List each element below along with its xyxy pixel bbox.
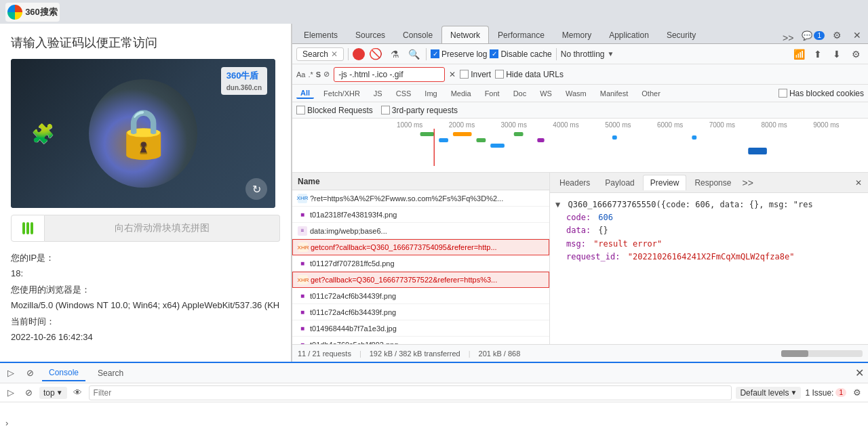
request-item-6[interactable]: XHR get?callback=Q360_1666773757522&refe… [292,272,549,288]
filter-doc[interactable]: Doc [509,89,531,98]
console-run-icon[interactable]: ▷ [4,386,18,400]
console-filter-input[interactable] [89,385,732,400]
disable-cache-checkbox[interactable]: ✓ [490,49,498,58]
throttle-dropdown-arrow[interactable]: ▼ [607,50,614,58]
preserve-log-checkbox[interactable]: ✓ [431,49,439,58]
search-close-icon[interactable]: ✕ [331,49,338,59]
detail-tab-headers[interactable]: Headers [553,175,597,190]
filter-fetch-xhr[interactable]: Fetch/XHR [319,89,364,98]
filter-font[interactable]: Font [481,89,504,98]
request-item-5[interactable]: ■ t01127df707281ffc5d.png [292,255,549,272]
search-filter-btn[interactable]: S [316,70,321,79]
filter-js[interactable]: JS [370,89,387,98]
regex-btn[interactable]: .* [308,70,313,79]
request-item-7[interactable]: ■ t011c72a4cf6b34439f.png [292,288,549,304]
aa-btn[interactable]: Aa [296,70,305,79]
hide-data-urls-label[interactable]: Hide data URLs [495,70,564,79]
clear-log-button[interactable]: 🚫 [368,46,384,62]
detail-tab-response[interactable]: Response [688,175,738,190]
negate-btn[interactable]: ⊘ [323,70,330,79]
detail-tab-payload[interactable]: Payload [598,175,641,190]
invert-checkbox[interactable] [460,70,469,79]
request-item-4[interactable]: XHR getconf?callback=Q360_1666773754095&… [292,239,549,255]
console-settings-icon[interactable]: ⚙ [850,386,864,400]
top-context-select[interactable]: top ▼ [39,387,67,399]
tl-label-2000: 2000 ms [449,121,501,129]
console-close-btn[interactable]: ✕ [855,366,864,379]
ip-row: 您的IP是： 18: [11,250,280,282]
blocked-requests-label[interactable]: Blocked Requests [296,106,373,115]
has-blocked-checkbox[interactable] [778,89,787,98]
filter-manifest[interactable]: Manifest [596,89,633,98]
tab-application[interactable]: Application [600,26,658,43]
search-network-btn[interactable]: 🔍 [406,46,422,62]
preserve-log-checkbox-label[interactable]: ✓ Preserve log [431,49,487,59]
top-dropdown-arrow: ▼ [56,389,63,396]
console-eye-icon[interactable]: 👁 [71,386,85,400]
close-devtools-btn[interactable]: ✕ [849,27,865,43]
tab-memory[interactable]: Memory [553,26,600,43]
request-item-8[interactable]: ■ t011c72a4cf6b34439f.png [292,304,549,320]
filter-css[interactable]: CSS [392,89,416,98]
replay-button[interactable]: ↻ [245,178,267,200]
default-levels-select[interactable]: Default levels ▼ [736,387,801,399]
filter-input-field[interactable] [334,67,445,82]
logo-circle [7,5,22,20]
requests-list: Name XHR ?ret=https%3A%2F%2Fwww.so.com%2… [292,173,550,344]
json-code-line: code: 606 [566,211,863,224]
filter-img[interactable]: Img [420,89,441,98]
export-icon[interactable]: ⬇ [829,46,845,62]
tab-more[interactable]: >> [778,33,797,43]
tab-console[interactable]: Console [394,26,441,43]
tab-elements[interactable]: Elements [295,26,347,43]
hide-data-urls-checkbox[interactable] [495,70,504,79]
record-button[interactable] [353,48,365,60]
request-item-2[interactable]: ■ t01a2318f7e438193f4.png [292,207,549,223]
disable-cache-checkbox-label[interactable]: ✓ Disable cache [490,49,551,59]
third-party-label[interactable]: 3rd-party requests [381,106,458,115]
console-tab-search[interactable]: Search [91,366,130,381]
search-panel-tab[interactable]: Search ✕ [296,47,344,61]
tab-performance[interactable]: Performance [489,26,553,43]
tab-security[interactable]: Security [658,26,705,43]
slider-track[interactable]: 向右滑动滑块填充拼图 [45,215,280,242]
requests-body[interactable]: XHR ?ret=https%3A%2F%2Fwww.so.com%2Fs%3F… [292,190,549,344]
filter-wasm[interactable]: Wasm [561,89,591,98]
filter-ws[interactable]: WS [536,89,556,98]
has-blocked-cookies-label[interactable]: Has blocked cookies [778,89,864,98]
filter-all[interactable]: All [296,88,314,99]
console-eval-btn[interactable]: ▷ [4,366,18,380]
scrollbar-thumb[interactable] [781,350,808,357]
slider-handle[interactable] [11,215,45,242]
request-name-1: ?ret=https%3A%2F%2Fwww.so.com%2Fs%3Fq%3D… [310,194,544,203]
invert-checkbox-label[interactable]: Invert [460,70,491,79]
json-root-text: Q360_1666773765550({code: 606, data: {},… [568,200,812,209]
detail-close-btn[interactable]: ✕ [852,176,865,190]
json-msg-line: msg: "result error" [566,238,863,251]
scrollbar-indicator[interactable] [781,350,863,357]
blocked-requests-checkbox[interactable] [296,106,305,114]
filter-icon-btn[interactable]: ⚗ [387,46,403,62]
network-settings-icon[interactable]: ⚙ [848,46,864,62]
settings-icon-btn[interactable]: ⚙ [829,27,845,43]
detail-tab-preview[interactable]: Preview [643,175,687,190]
tab-sources[interactable]: Sources [347,26,394,43]
import-icon[interactable]: ⬆ [810,46,826,62]
detail-tabs-more[interactable]: >> [739,177,755,188]
request-item-9[interactable]: ■ t014968444b7f7a1e3d.jpg [292,320,549,337]
json-expand-arrow[interactable]: ▼ [555,200,560,209]
request-item-3[interactable]: ≡ data:img/webp;base6... [292,223,549,239]
filter-media[interactable]: Media [447,89,475,98]
request-item-10[interactable]: ■ t01db4a760c5cb1f892.png [292,337,549,344]
filter-other[interactable]: Other [637,89,665,98]
console-block-btn[interactable]: ⊘ [23,366,37,380]
console-body[interactable]: › [0,402,868,443]
request-name-2: t01a2318f7e438193f4.png [310,211,544,219]
console-tab-console[interactable]: Console [42,365,85,381]
tab-network[interactable]: Network [441,26,489,43]
third-party-checkbox[interactable] [381,106,390,114]
online-icon[interactable]: 📶 [791,46,807,62]
console-clear-icon[interactable]: ⊘ [22,386,35,400]
request-item-1[interactable]: XHR ?ret=https%3A%2F%2Fwww.so.com%2Fs%3F… [292,190,549,207]
filter-clear-btn[interactable]: ✕ [449,70,456,79]
